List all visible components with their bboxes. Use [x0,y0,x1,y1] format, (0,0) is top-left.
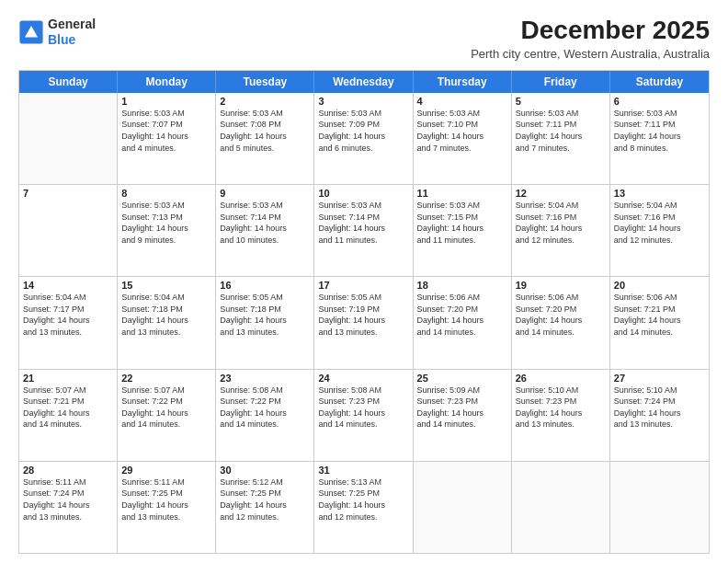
cell-date-number: 23 [220,373,310,384]
cell-info: Sunrise: 5:03 AM Sunset: 7:08 PM Dayligh… [220,108,310,154]
cell-info: Sunrise: 5:11 AM Sunset: 7:24 PM Dayligh… [23,477,113,523]
calendar-cell: 6Sunrise: 5:03 AM Sunset: 7:11 PM Daylig… [610,93,709,184]
cell-date-number: 18 [417,280,507,291]
cell-info: Sunrise: 5:03 AM Sunset: 7:14 PM Dayligh… [318,200,408,246]
calendar-cell: 1Sunrise: 5:03 AM Sunset: 7:07 PM Daylig… [118,93,216,184]
logo-icon [18,19,44,45]
cell-date-number: 17 [318,280,408,291]
day-header-monday: Monday [118,71,216,93]
cell-date-number: 3 [318,96,408,107]
cell-date-number: 27 [614,373,705,384]
cell-info: Sunrise: 5:03 AM Sunset: 7:07 PM Dayligh… [121,108,211,154]
calendar-cell: 4Sunrise: 5:03 AM Sunset: 7:10 PM Daylig… [414,93,512,184]
calendar-row-3: 14Sunrise: 5:04 AM Sunset: 7:17 PM Dayli… [19,276,709,368]
calendar-cell: 11Sunrise: 5:03 AM Sunset: 7:15 PM Dayli… [414,185,512,276]
cell-info: Sunrise: 5:06 AM Sunset: 7:20 PM Dayligh… [516,292,606,338]
day-header-wednesday: Wednesday [314,71,413,93]
cell-date-number: 1 [121,96,211,107]
calendar-cell [19,93,118,184]
day-header-saturday: Saturday [610,71,709,93]
cell-info: Sunrise: 5:07 AM Sunset: 7:21 PM Dayligh… [23,385,113,431]
calendar-cell: 31Sunrise: 5:13 AM Sunset: 7:25 PM Dayli… [314,462,413,553]
calendar-cell: 18Sunrise: 5:06 AM Sunset: 7:20 PM Dayli… [414,277,512,368]
cell-date-number: 29 [121,465,211,476]
cell-info: Sunrise: 5:03 AM Sunset: 7:11 PM Dayligh… [516,108,606,154]
cell-date-number: 9 [220,188,310,199]
cell-date-number: 4 [417,96,507,107]
cell-info: Sunrise: 5:03 AM Sunset: 7:09 PM Dayligh… [318,108,408,154]
calendar-cell: 23Sunrise: 5:08 AM Sunset: 7:22 PM Dayli… [216,370,314,461]
calendar-cell: 20Sunrise: 5:06 AM Sunset: 7:21 PM Dayli… [610,277,709,368]
day-header-sunday: Sunday [19,71,118,93]
calendar-header: SundayMondayTuesdayWednesdayThursdayFrid… [19,71,709,93]
calendar-cell: 14Sunrise: 5:04 AM Sunset: 7:17 PM Dayli… [19,277,118,368]
calendar-cell: 28Sunrise: 5:11 AM Sunset: 7:24 PM Dayli… [19,462,118,553]
calendar-cell: 30Sunrise: 5:12 AM Sunset: 7:25 PM Dayli… [216,462,314,553]
calendar-cell: 29Sunrise: 5:11 AM Sunset: 7:25 PM Dayli… [118,462,216,553]
calendar-cell: 5Sunrise: 5:03 AM Sunset: 7:11 PM Daylig… [512,93,610,184]
calendar-row-4: 21Sunrise: 5:07 AM Sunset: 7:21 PM Dayli… [19,369,709,461]
cell-info: Sunrise: 5:07 AM Sunset: 7:22 PM Dayligh… [121,385,211,431]
logo-blue: Blue [48,32,96,48]
cell-date-number: 2 [220,96,310,107]
cell-info: Sunrise: 5:03 AM Sunset: 7:14 PM Dayligh… [220,200,310,246]
subtitle: Perth city centre, Western Australia, Au… [471,47,710,61]
cell-info: Sunrise: 5:06 AM Sunset: 7:21 PM Dayligh… [614,292,705,338]
calendar-cell: 24Sunrise: 5:08 AM Sunset: 7:23 PM Dayli… [314,370,413,461]
cell-info: Sunrise: 5:04 AM Sunset: 7:18 PM Dayligh… [121,292,211,338]
cell-info: Sunrise: 5:08 AM Sunset: 7:23 PM Dayligh… [318,385,408,431]
cell-date-number: 24 [318,373,408,384]
cell-date-number: 25 [417,373,507,384]
cell-date-number: 5 [516,96,606,107]
cell-info: Sunrise: 5:03 AM Sunset: 7:11 PM Dayligh… [614,108,705,154]
calendar-cell: 15Sunrise: 5:04 AM Sunset: 7:18 PM Dayli… [118,277,216,368]
cell-date-number: 16 [220,280,310,291]
cell-date-number: 19 [516,280,606,291]
calendar-cell [512,462,610,553]
cell-info: Sunrise: 5:06 AM Sunset: 7:20 PM Dayligh… [417,292,507,338]
cell-info: Sunrise: 5:12 AM Sunset: 7:25 PM Dayligh… [220,477,310,523]
calendar-row-5: 28Sunrise: 5:11 AM Sunset: 7:24 PM Dayli… [19,461,709,553]
calendar-row-1: 1Sunrise: 5:03 AM Sunset: 7:07 PM Daylig… [19,93,709,184]
calendar-cell: 27Sunrise: 5:10 AM Sunset: 7:24 PM Dayli… [610,370,709,461]
cell-date-number: 20 [614,280,705,291]
header: General Blue December 2025 Perth city ce… [18,17,710,61]
calendar-cell: 8Sunrise: 5:03 AM Sunset: 7:13 PM Daylig… [118,185,216,276]
cell-info: Sunrise: 5:11 AM Sunset: 7:25 PM Dayligh… [121,477,211,523]
cell-date-number: 21 [23,373,113,384]
cell-info: Sunrise: 5:10 AM Sunset: 7:24 PM Dayligh… [614,385,705,431]
cell-date-number: 10 [318,188,408,199]
day-header-thursday: Thursday [414,71,512,93]
day-header-tuesday: Tuesday [216,71,314,93]
cell-info: Sunrise: 5:03 AM Sunset: 7:13 PM Dayligh… [121,200,211,246]
cell-info: Sunrise: 5:09 AM Sunset: 7:23 PM Dayligh… [417,385,507,431]
cell-info: Sunrise: 5:03 AM Sunset: 7:10 PM Dayligh… [417,108,507,154]
cell-date-number: 11 [417,188,507,199]
cell-date-number: 26 [516,373,606,384]
logo-text: General Blue [48,17,96,48]
page: General Blue December 2025 Perth city ce… [0,0,728,563]
calendar-cell: 7 [19,185,118,276]
cell-date-number: 22 [121,373,211,384]
calendar-cell: 19Sunrise: 5:06 AM Sunset: 7:20 PM Dayli… [512,277,610,368]
calendar-cell: 9Sunrise: 5:03 AM Sunset: 7:14 PM Daylig… [216,185,314,276]
cell-date-number: 15 [121,280,211,291]
cell-info: Sunrise: 5:03 AM Sunset: 7:15 PM Dayligh… [417,200,507,246]
cell-info: Sunrise: 5:04 AM Sunset: 7:17 PM Dayligh… [23,292,113,338]
logo-general: General [48,17,96,32]
cell-date-number: 13 [614,188,705,199]
calendar-cell: 22Sunrise: 5:07 AM Sunset: 7:22 PM Dayli… [118,370,216,461]
calendar: SundayMondayTuesdayWednesdayThursdayFrid… [18,70,710,554]
cell-info: Sunrise: 5:05 AM Sunset: 7:19 PM Dayligh… [318,292,408,338]
calendar-body: 1Sunrise: 5:03 AM Sunset: 7:07 PM Daylig… [19,93,709,553]
calendar-row-2: 78Sunrise: 5:03 AM Sunset: 7:13 PM Dayli… [19,184,709,276]
calendar-cell: 13Sunrise: 5:04 AM Sunset: 7:16 PM Dayli… [610,185,709,276]
calendar-cell: 21Sunrise: 5:07 AM Sunset: 7:21 PM Dayli… [19,370,118,461]
calendar-cell: 3Sunrise: 5:03 AM Sunset: 7:09 PM Daylig… [314,93,413,184]
calendar-cell: 12Sunrise: 5:04 AM Sunset: 7:16 PM Dayli… [512,185,610,276]
day-header-friday: Friday [512,71,610,93]
cell-date-number: 30 [220,465,310,476]
calendar-cell: 26Sunrise: 5:10 AM Sunset: 7:23 PM Dayli… [512,370,610,461]
calendar-cell: 2Sunrise: 5:03 AM Sunset: 7:08 PM Daylig… [216,93,314,184]
calendar-cell [414,462,512,553]
